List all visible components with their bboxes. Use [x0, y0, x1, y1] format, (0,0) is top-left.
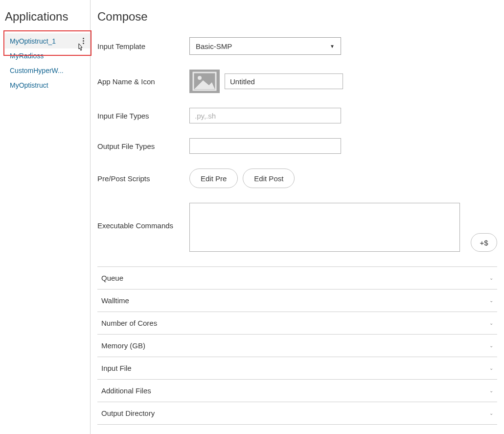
sidebar-title: Applications — [5, 10, 90, 24]
app-name-input[interactable] — [225, 73, 343, 89]
main-panel: Compose Input Template Basic-SMP ▼ App N… — [91, 0, 504, 434]
label-input-file-types: Input File Types — [97, 112, 189, 120]
accordion-label: Output Directory — [101, 409, 155, 417]
label-output-file-types: Output File Types — [97, 142, 189, 150]
label-executable-commands: Executable Commands — [97, 203, 189, 230]
executable-commands-input[interactable] — [189, 203, 460, 252]
app-icon-picker[interactable] — [189, 70, 220, 93]
accordion-label: Memory (GB) — [101, 341, 145, 350]
select-value: Basic-SMP — [196, 42, 232, 50]
sidebar-item-myoptistruct[interactable]: MyOptistruct — [5, 78, 90, 93]
sidebar: Applications MyOptistruct_1 MyRadioss Cu… — [0, 0, 91, 434]
chevron-down-icon: ⌄ — [489, 275, 493, 281]
sidebar-item-label: CustomHyperW... — [10, 67, 64, 74]
chevron-down-icon: ⌄ — [489, 410, 493, 416]
chevron-down-icon: ⌄ — [489, 298, 493, 303]
accordion-queue[interactable]: Queue ⌄ — [97, 266, 497, 289]
chevron-down-icon: ⌄ — [489, 388, 493, 393]
accordion-walltime[interactable]: Walltime ⌄ — [97, 289, 497, 312]
accordion-cores[interactable]: Number of Cores ⌄ — [97, 312, 497, 334]
label-input-template: Input Template — [97, 42, 189, 50]
output-file-types-input[interactable] — [189, 138, 341, 154]
chevron-down-icon: ⌄ — [489, 320, 493, 326]
accordion-input-file[interactable]: Input File ⌄ — [97, 357, 497, 379]
input-file-types-input[interactable] — [189, 108, 341, 123]
image-placeholder-icon — [189, 70, 220, 93]
sidebar-item-label: MyOptistruct — [10, 81, 48, 89]
add-variable-button[interactable]: +$ — [471, 233, 497, 252]
accordion-output-directory[interactable]: Output Directory ⌄ — [97, 402, 497, 425]
label-app-name-icon: App Name & Icon — [97, 77, 189, 86]
accordion-label: Additional Files — [101, 386, 151, 395]
sidebar-item-myoptistruct1[interactable]: MyOptistruct_1 — [5, 33, 90, 48]
accordion-label: Number of Cores — [101, 319, 157, 327]
edit-post-button[interactable]: Edit Post — [243, 169, 295, 188]
chevron-down-icon: ⌄ — [489, 365, 493, 371]
accordion-memory[interactable]: Memory (GB) ⌄ — [97, 334, 497, 357]
sidebar-item-customhyperw[interactable]: CustomHyperW... — [5, 63, 90, 78]
sidebar-item-myradioss[interactable]: MyRadioss — [5, 48, 90, 63]
label-pre-post-scripts: Pre/Post Scripts — [97, 174, 189, 183]
sidebar-item-label: MyRadioss — [10, 52, 44, 60]
caret-down-icon: ▼ — [330, 44, 335, 49]
accordion: Queue ⌄ Walltime ⌄ Number of Cores ⌄ Mem… — [97, 266, 497, 425]
sidebar-item-label: MyOptistruct_1 — [10, 37, 56, 45]
chevron-down-icon: ⌄ — [489, 343, 493, 348]
svg-point-2 — [198, 76, 202, 80]
accordion-label: Walltime — [101, 296, 129, 305]
edit-pre-button[interactable]: Edit Pre — [189, 169, 238, 188]
page-title: Compose — [97, 10, 497, 24]
input-template-select[interactable]: Basic-SMP ▼ — [189, 37, 341, 55]
accordion-label: Queue — [101, 274, 123, 282]
accordion-label: Input File — [101, 364, 132, 372]
app-list: MyOptistruct_1 MyRadioss CustomHyperW...… — [5, 33, 90, 93]
accordion-additional-files[interactable]: Additional Files ⌄ — [97, 379, 497, 402]
kebab-menu-icon[interactable] — [82, 37, 85, 45]
